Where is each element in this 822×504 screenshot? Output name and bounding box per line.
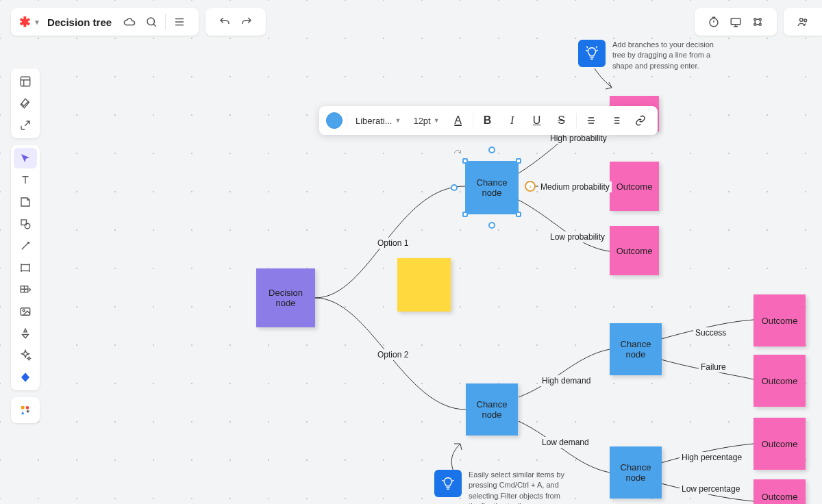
- svg-rect-2: [731, 18, 740, 25]
- link-icon[interactable]: [630, 110, 651, 131]
- quick-tools-icon[interactable]: [14, 93, 37, 114]
- underline-icon[interactable]: U: [527, 110, 547, 131]
- timer-icon[interactable]: [703, 11, 725, 33]
- collab-panel: [784, 8, 822, 36]
- more-shapes-icon[interactable]: [14, 400, 37, 420]
- image-tool-icon[interactable]: [14, 301, 37, 322]
- strikethrough-icon[interactable]: S: [551, 110, 572, 131]
- people-icon[interactable]: [792, 11, 814, 33]
- edge-label[interactable]: Option 2: [375, 349, 410, 360]
- freehand-tool-icon[interactable]: [14, 323, 37, 344]
- divider: [165, 14, 166, 30]
- list-icon[interactable]: [606, 110, 626, 131]
- tip-text: Easily select similar items by pressing …: [469, 470, 571, 504]
- svg-point-15: [23, 310, 25, 312]
- edge-label[interactable]: High percentage: [680, 452, 744, 463]
- svg-point-11: [25, 223, 30, 229]
- svg-point-6: [759, 23, 761, 25]
- app-logo-icon[interactable]: ✱: [19, 14, 31, 30]
- present-icon[interactable]: [725, 11, 747, 33]
- text-tool-icon[interactable]: [14, 170, 37, 190]
- svg-rect-9: [21, 77, 30, 86]
- templates-icon[interactable]: [14, 71, 37, 92]
- chance-node-2[interactable]: Chance node: [466, 383, 518, 436]
- resize-handle-sw[interactable]: [462, 212, 468, 217]
- font-size-select[interactable]: 12pt▼: [409, 113, 443, 129]
- document-title[interactable]: Decision tree: [47, 16, 112, 28]
- chance-node-4[interactable]: Chance node: [610, 446, 662, 499]
- import-icon[interactable]: [14, 115, 37, 136]
- undo-redo-panel: [206, 8, 266, 36]
- svg-rect-12: [21, 265, 29, 271]
- canvas[interactable]: Decision node Chance node › Chance node …: [0, 0, 822, 504]
- tip-text: Add branches to your decision tree by dr…: [612, 40, 715, 71]
- svg-point-0: [147, 18, 155, 25]
- chance-node-3[interactable]: Chance node: [610, 323, 662, 375]
- menu-icon[interactable]: [169, 11, 190, 33]
- magic-tool-icon[interactable]: [14, 345, 37, 366]
- svg-point-8: [804, 19, 807, 22]
- line-tool-icon[interactable]: [14, 236, 37, 256]
- lightbulb-icon: [434, 470, 462, 497]
- connection-point-w[interactable]: [451, 184, 458, 191]
- edge-label[interactable]: Option 1: [375, 238, 410, 249]
- lightbulb-icon: [578, 40, 606, 67]
- edge-label[interactable]: Success: [693, 327, 728, 338]
- edge-label[interactable]: Low percentage: [680, 483, 742, 494]
- header-panel: ✱ ▼ Decision tree: [11, 8, 199, 36]
- sidebar-group-3: [11, 397, 40, 423]
- sidebar-group-2: [11, 145, 40, 390]
- text-color-icon[interactable]: A: [448, 110, 469, 131]
- svg-point-17: [26, 406, 29, 410]
- cloud-sync-icon[interactable]: [119, 11, 140, 33]
- yellow-sticky[interactable]: [397, 258, 451, 312]
- outcome-node[interactable]: Outcome: [610, 226, 659, 275]
- app-menu-chevron-icon[interactable]: ▼: [34, 18, 40, 26]
- chance-node-selected[interactable]: Chance node: [466, 162, 518, 214]
- svg-rect-14: [21, 308, 30, 316]
- outcome-node[interactable]: Outcome: [610, 162, 659, 211]
- outcome-node[interactable]: Outcome: [754, 479, 806, 504]
- outcome-node[interactable]: Outcome: [754, 294, 806, 346]
- edge-label[interactable]: Failure: [699, 362, 728, 373]
- svg-rect-16: [21, 406, 25, 410]
- grid-view-icon[interactable]: [747, 11, 769, 33]
- decision-node[interactable]: Decision node: [256, 268, 315, 327]
- undo-icon[interactable]: [214, 11, 236, 33]
- select-tool-icon[interactable]: [14, 148, 37, 168]
- resize-handle-nw[interactable]: [462, 158, 468, 164]
- resize-handle-se[interactable]: [516, 212, 521, 217]
- font-family-select[interactable]: Liberati...▼: [351, 113, 405, 129]
- sidebar-group-1: [11, 68, 40, 138]
- view-tools-panel: [695, 8, 777, 36]
- outcome-node[interactable]: Outcome: [754, 355, 806, 407]
- connector-endpoint-icon[interactable]: ›: [525, 181, 536, 192]
- edge-label[interactable]: Low probability: [548, 231, 607, 242]
- svg-point-4: [759, 18, 761, 21]
- connector-tool-icon[interactable]: [14, 367, 37, 388]
- bold-icon[interactable]: B: [477, 110, 498, 131]
- search-icon[interactable]: [140, 11, 162, 33]
- edge-label[interactable]: Low demand: [540, 437, 591, 448]
- svg-point-3: [754, 18, 756, 21]
- edge-label[interactable]: Medium probability: [538, 181, 612, 192]
- fill-color-swatch[interactable]: [326, 112, 342, 129]
- resize-handle-ne[interactable]: [516, 158, 521, 164]
- outcome-node[interactable]: Outcome: [754, 418, 806, 470]
- tip-callout-top: Add branches to your decision tree by dr…: [578, 40, 715, 71]
- rotate-handle-icon[interactable]: [453, 149, 462, 158]
- italic-icon[interactable]: I: [502, 110, 523, 131]
- tip-callout-bottom: Easily select similar items by pressing …: [434, 470, 571, 504]
- shape-tool-icon[interactable]: [14, 214, 37, 234]
- sticky-note-tool-icon[interactable]: [14, 192, 37, 212]
- svg-point-5: [754, 23, 756, 25]
- connection-point-s[interactable]: [488, 222, 495, 229]
- connection-point-n[interactable]: [488, 147, 495, 153]
- redo-icon[interactable]: [236, 11, 258, 33]
- svg-point-7: [800, 18, 804, 22]
- align-icon[interactable]: [581, 110, 601, 131]
- edge-label[interactable]: High demand: [540, 375, 593, 386]
- dynamic-table-icon[interactable]: [14, 279, 37, 300]
- format-toolbar: Liberati...▼ 12pt▼ A B I U S: [319, 106, 658, 135]
- frame-tool-icon[interactable]: [14, 257, 37, 278]
